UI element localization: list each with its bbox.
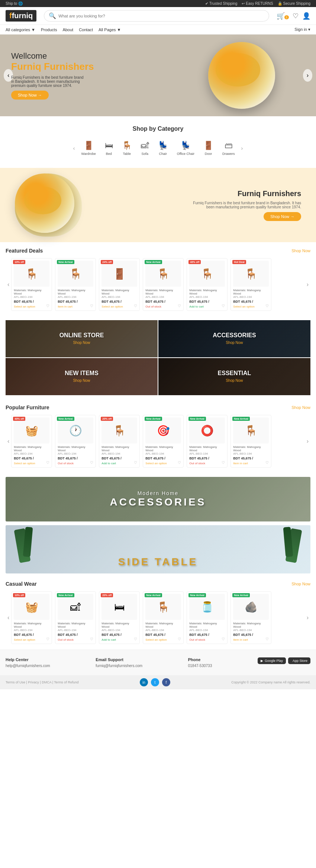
promo-shop-button[interactable]: Shop Now → bbox=[264, 212, 301, 221]
product-action[interactable]: Add to cart bbox=[189, 305, 204, 308]
product-action[interactable]: Item in cart bbox=[58, 305, 72, 308]
product-action[interactable]: Select an option bbox=[14, 638, 35, 641]
category-office-chair[interactable]: 💺 Office Chair bbox=[172, 138, 199, 159]
google-play-badge[interactable]: ▶ Google Play bbox=[258, 657, 286, 664]
wishlist-heart[interactable]: ♡ bbox=[222, 637, 225, 641]
facebook-icon[interactable]: f bbox=[162, 678, 170, 686]
product-action[interactable]: Item in cart bbox=[233, 638, 248, 641]
popular-furniture-shop-now[interactable]: Shop Now bbox=[291, 405, 310, 410]
nav-products[interactable]: Products bbox=[41, 27, 57, 32]
product-name: Materials: Mahogany Wood bbox=[145, 289, 181, 295]
wishlist-heart[interactable]: ♡ bbox=[265, 637, 269, 641]
product-price: BDT 45,675 / bbox=[233, 633, 269, 637]
product-action[interactable]: Select an option bbox=[145, 638, 167, 641]
product-id: AFL-BEO-194 bbox=[14, 628, 49, 632]
nav-about[interactable]: About bbox=[62, 27, 73, 32]
product-name: Materials: Mahogany Wood bbox=[189, 622, 225, 628]
product-footer: Out of stock ♡ bbox=[58, 460, 93, 465]
user-icon[interactable]: 👤 bbox=[302, 12, 310, 20]
hero-shop-button[interactable]: Shop Now → bbox=[11, 91, 49, 100]
category-wardrobe[interactable]: 🚪 Wardrobe bbox=[77, 138, 100, 159]
wishlist-heart[interactable]: ♡ bbox=[46, 637, 49, 641]
product-image: 🪑 bbox=[101, 417, 137, 443]
product-action[interactable]: Select an option bbox=[14, 462, 35, 465]
accessories-banner[interactable]: ACCESSORIES Shop Now bbox=[158, 320, 310, 357]
product-id: AFL-BEO-194 bbox=[189, 295, 225, 299]
twitter-icon[interactable]: t bbox=[151, 678, 159, 686]
category-door[interactable]: 🚪 Door bbox=[199, 138, 218, 159]
nav-all-categories[interactable]: All categories ▼ bbox=[6, 27, 35, 32]
product-action[interactable]: Select an option bbox=[14, 305, 35, 308]
wishlist-heart[interactable]: ♡ bbox=[222, 461, 225, 465]
search-input[interactable] bbox=[58, 14, 264, 18]
table-label: Table bbox=[122, 152, 132, 156]
wishlist-heart[interactable]: ♡ bbox=[46, 461, 49, 465]
product-action[interactable]: Select an option bbox=[101, 305, 123, 308]
category-drawers[interactable]: 🗃 Drawers bbox=[218, 138, 239, 159]
casual-prev-arrow[interactable]: ‹ bbox=[6, 614, 11, 621]
category-bed[interactable]: 🛏 Bed bbox=[100, 138, 117, 159]
wishlist-heart[interactable]: ♡ bbox=[178, 304, 181, 308]
product-name: Materials: Mahogany Wood bbox=[101, 622, 137, 628]
product-name: Materials: Mahogany Wood bbox=[14, 289, 49, 295]
email-support-title: Email Support bbox=[96, 657, 142, 662]
nav-contact[interactable]: Contact bbox=[79, 27, 93, 32]
product-card: New Arrival 🪑 Materials: Mahogany Wood A… bbox=[143, 258, 184, 311]
new-items-link[interactable]: Shop Now bbox=[73, 378, 90, 383]
wishlist-heart[interactable]: ♡ bbox=[90, 637, 93, 641]
product-action: Out of stock bbox=[58, 638, 74, 641]
wishlist-heart[interactable]: ♡ bbox=[46, 304, 49, 308]
online-store-link[interactable]: Shop Now bbox=[73, 341, 90, 345]
drawers-icon: 🗃 bbox=[222, 141, 235, 150]
featured-next-arrow[interactable]: › bbox=[305, 281, 310, 288]
popular-next-arrow[interactable]: › bbox=[305, 438, 310, 445]
product-footer: Select an option ♡ bbox=[14, 303, 49, 308]
category-sofa[interactable]: 🛋 Sofa bbox=[136, 138, 154, 159]
nav-signin[interactable]: Sign in ▾ bbox=[294, 27, 310, 32]
new-items-banner[interactable]: NEW ITEMS Shop Now bbox=[6, 358, 158, 395]
nav-all-pages[interactable]: All Pages ▼ bbox=[99, 27, 121, 32]
wishlist-heart[interactable]: ♡ bbox=[134, 637, 137, 641]
wishlist-heart[interactable]: ♡ bbox=[178, 461, 181, 465]
featured-deals-shop-now[interactable]: Shop Now bbox=[291, 248, 310, 253]
app-store-badge[interactable]: App Store bbox=[288, 657, 310, 664]
category-chair[interactable]: 💺 Chair bbox=[154, 138, 172, 159]
casual-next-arrow[interactable]: › bbox=[305, 614, 310, 621]
wishlist-heart[interactable]: ♡ bbox=[90, 304, 93, 308]
product-action[interactable]: Item in cart bbox=[233, 462, 248, 465]
online-store-label: ONLINE STORE bbox=[59, 332, 104, 339]
category-next-arrow[interactable]: › bbox=[239, 145, 245, 151]
essential-banner[interactable]: ESSENTIAL Shop Now bbox=[158, 358, 310, 395]
wishlist-heart[interactable]: ♡ bbox=[134, 304, 137, 308]
hero-next-button[interactable]: › bbox=[303, 69, 312, 82]
wishlist-heart[interactable]: ♡ bbox=[222, 304, 225, 308]
product-badge: New Arrival bbox=[145, 593, 162, 597]
casual-wear-shop-now[interactable]: Shop Now bbox=[291, 582, 310, 586]
product-action[interactable]: Select an option bbox=[233, 305, 254, 308]
wishlist-heart[interactable]: ♡ bbox=[265, 461, 269, 465]
accessories-link[interactable]: Shop Now bbox=[226, 341, 243, 345]
linkedin-icon[interactable]: in bbox=[140, 678, 148, 686]
wishlist-heart[interactable]: ♡ bbox=[134, 461, 137, 465]
product-action[interactable]: Select an option bbox=[145, 462, 167, 465]
wishlist-heart[interactable]: ♡ bbox=[178, 637, 181, 641]
wishlist-heart[interactable]: ♡ bbox=[265, 304, 269, 308]
logo[interactable]: ffurniq bbox=[6, 10, 36, 22]
product-badge: New Arrival bbox=[57, 417, 74, 421]
essential-link[interactable]: Shop Now bbox=[226, 378, 243, 383]
product-card: 24% off 🚪 Materials: Mahogany Wood AFL-B… bbox=[99, 258, 140, 311]
product-action[interactable]: Add to cart bbox=[101, 638, 116, 641]
search-bar[interactable]: 🔍 bbox=[44, 10, 269, 22]
category-prev-arrow[interactable]: ‹ bbox=[71, 145, 77, 151]
wishlist-heart[interactable]: ♡ bbox=[90, 461, 93, 465]
wishlist-icon[interactable]: ♡ bbox=[293, 12, 299, 20]
popular-prev-arrow[interactable]: ‹ bbox=[6, 438, 11, 445]
product-action[interactable]: Add to cart bbox=[101, 462, 116, 465]
online-store-banner[interactable]: ONLINE STORE Shop Now bbox=[6, 320, 158, 357]
top-bar: Ship to 🌐 ✔ Trusted Shipping ↩ Easy RETU… bbox=[0, 0, 316, 7]
cart-icon[interactable]: 🛒 1 bbox=[277, 12, 289, 20]
phone-number: 01847-530733 bbox=[188, 664, 212, 668]
product-name: Materials: Mahogany Wood bbox=[101, 445, 137, 452]
featured-prev-arrow[interactable]: ‹ bbox=[6, 281, 11, 288]
category-table[interactable]: 🪑 Table bbox=[117, 138, 136, 159]
